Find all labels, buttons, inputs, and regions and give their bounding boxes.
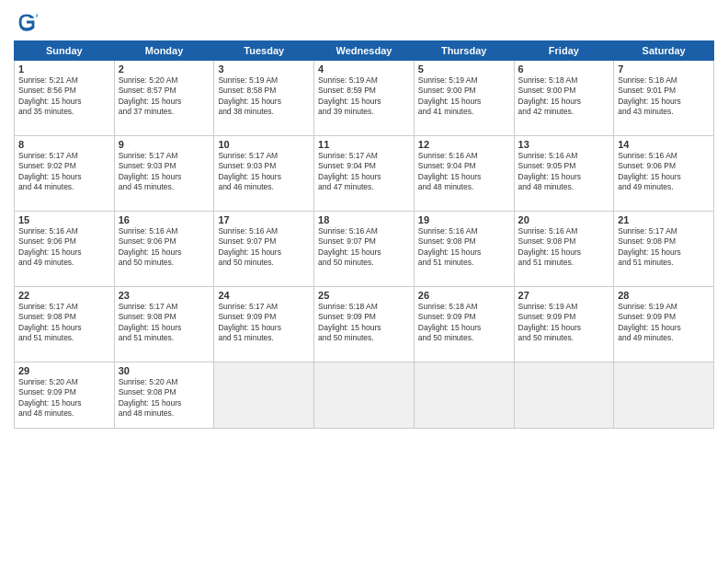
week-row-4: 22Sunrise: 5:17 AM Sunset: 9:08 PM Dayli…: [15, 287, 714, 362]
cal-cell-16: 16Sunrise: 5:16 AM Sunset: 9:06 PM Dayli…: [114, 212, 214, 287]
cell-content: Sunrise: 5:19 AM Sunset: 8:58 PM Dayligh…: [218, 75, 310, 118]
cell-content: Sunrise: 5:19 AM Sunset: 9:00 PM Dayligh…: [418, 75, 510, 118]
cal-cell-30: 30Sunrise: 5:20 AM Sunset: 9:08 PM Dayli…: [114, 362, 214, 429]
week-row-3: 15Sunrise: 5:16 AM Sunset: 9:06 PM Dayli…: [15, 212, 714, 287]
cal-cell-11: 11Sunrise: 5:17 AM Sunset: 9:04 PM Dayli…: [314, 136, 415, 212]
col-header-wednesday: Wednesday: [314, 41, 415, 61]
col-header-saturday: Saturday: [614, 41, 714, 61]
cell-content: Sunrise: 5:17 AM Sunset: 9:08 PM Dayligh…: [119, 302, 210, 344]
logo-icon: [14, 9, 40, 35]
day-number: 15: [18, 214, 110, 225]
cell-content: Sunrise: 5:17 AM Sunset: 9:03 PM Dayligh…: [218, 151, 310, 193]
day-number: 18: [318, 214, 410, 225]
day-number: 5: [418, 63, 510, 75]
day-number: 11: [318, 139, 410, 150]
cell-content: Sunrise: 5:16 AM Sunset: 9:06 PM Dayligh…: [18, 226, 110, 269]
cal-cell-1: 1Sunrise: 5:21 AM Sunset: 8:56 PM Daylig…: [15, 61, 115, 136]
col-header-thursday: Thursday: [414, 41, 514, 61]
cal-cell-empty: [614, 362, 714, 429]
cal-cell-5: 5Sunrise: 5:19 AM Sunset: 9:00 PM Daylig…: [414, 61, 514, 136]
cal-cell-empty: [514, 362, 614, 429]
day-number: 13: [518, 139, 610, 150]
day-number: 30: [119, 365, 210, 376]
cal-cell-9: 9Sunrise: 5:17 AM Sunset: 9:03 PM Daylig…: [114, 136, 214, 212]
cal-cell-27: 27Sunrise: 5:19 AM Sunset: 9:09 PM Dayli…: [514, 287, 614, 362]
col-header-monday: Monday: [114, 41, 214, 61]
day-number: 12: [418, 139, 510, 150]
cal-cell-15: 15Sunrise: 5:16 AM Sunset: 9:06 PM Dayli…: [15, 212, 115, 287]
cell-content: Sunrise: 5:19 AM Sunset: 9:09 PM Dayligh…: [518, 302, 610, 344]
cal-cell-13: 13Sunrise: 5:16 AM Sunset: 9:05 PM Dayli…: [514, 136, 614, 212]
cal-cell-23: 23Sunrise: 5:17 AM Sunset: 9:08 PM Dayli…: [114, 287, 214, 362]
cell-content: Sunrise: 5:16 AM Sunset: 9:08 PM Dayligh…: [518, 226, 610, 269]
cell-content: Sunrise: 5:20 AM Sunset: 9:08 PM Dayligh…: [119, 377, 210, 419]
day-number: 2: [119, 63, 210, 75]
cal-cell-26: 26Sunrise: 5:18 AM Sunset: 9:09 PM Dayli…: [414, 287, 514, 362]
cal-cell-8: 8Sunrise: 5:17 AM Sunset: 9:02 PM Daylig…: [15, 136, 115, 212]
day-number: 19: [418, 214, 510, 225]
day-number: 6: [518, 63, 610, 75]
cell-content: Sunrise: 5:21 AM Sunset: 8:56 PM Dayligh…: [18, 75, 110, 118]
cell-content: Sunrise: 5:18 AM Sunset: 9:01 PM Dayligh…: [618, 75, 710, 118]
day-number: 22: [18, 290, 110, 301]
cell-content: Sunrise: 5:17 AM Sunset: 9:02 PM Dayligh…: [18, 151, 110, 193]
cell-content: Sunrise: 5:16 AM Sunset: 9:04 PM Dayligh…: [418, 151, 510, 193]
cell-content: Sunrise: 5:16 AM Sunset: 9:06 PM Dayligh…: [618, 151, 710, 193]
cal-cell-4: 4Sunrise: 5:19 AM Sunset: 8:59 PM Daylig…: [314, 61, 415, 136]
cell-content: Sunrise: 5:20 AM Sunset: 9:09 PM Dayligh…: [18, 377, 110, 419]
calendar-table: SundayMondayTuesdayWednesdayThursdayFrid…: [14, 40, 714, 429]
day-number: 1: [18, 63, 110, 75]
day-number: 23: [119, 290, 210, 301]
header: [14, 9, 714, 35]
cell-content: Sunrise: 5:18 AM Sunset: 9:09 PM Dayligh…: [418, 302, 510, 344]
cal-cell-7: 7Sunrise: 5:18 AM Sunset: 9:01 PM Daylig…: [614, 61, 714, 136]
day-number: 14: [618, 139, 710, 150]
day-number: 17: [218, 214, 310, 225]
cal-cell-empty: [314, 362, 415, 429]
cal-cell-18: 18Sunrise: 5:16 AM Sunset: 9:07 PM Dayli…: [314, 212, 415, 287]
cell-content: Sunrise: 5:17 AM Sunset: 9:03 PM Dayligh…: [119, 151, 210, 193]
cell-content: Sunrise: 5:17 AM Sunset: 9:09 PM Dayligh…: [218, 302, 310, 344]
cal-cell-20: 20Sunrise: 5:16 AM Sunset: 9:08 PM Dayli…: [514, 212, 614, 287]
cal-cell-29: 29Sunrise: 5:20 AM Sunset: 9:09 PM Dayli…: [15, 362, 115, 429]
cell-content: Sunrise: 5:19 AM Sunset: 8:59 PM Dayligh…: [318, 75, 410, 118]
cell-content: Sunrise: 5:17 AM Sunset: 9:04 PM Dayligh…: [318, 151, 410, 193]
week-row-5: 29Sunrise: 5:20 AM Sunset: 9:09 PM Dayli…: [15, 362, 714, 429]
day-number: 25: [318, 290, 410, 301]
col-header-sunday: Sunday: [15, 41, 115, 61]
day-number: 10: [218, 139, 310, 150]
day-number: 28: [618, 290, 710, 301]
day-number: 29: [18, 365, 110, 376]
cal-cell-19: 19Sunrise: 5:16 AM Sunset: 9:08 PM Dayli…: [414, 212, 514, 287]
cal-cell-22: 22Sunrise: 5:17 AM Sunset: 9:08 PM Dayli…: [15, 287, 115, 362]
col-header-friday: Friday: [514, 41, 614, 61]
cell-content: Sunrise: 5:16 AM Sunset: 9:06 PM Dayligh…: [119, 226, 210, 269]
column-headers: SundayMondayTuesdayWednesdayThursdayFrid…: [15, 41, 714, 61]
col-header-tuesday: Tuesday: [214, 41, 314, 61]
day-number: 4: [318, 63, 410, 75]
cal-cell-2: 2Sunrise: 5:20 AM Sunset: 8:57 PM Daylig…: [114, 61, 214, 136]
cell-content: Sunrise: 5:20 AM Sunset: 8:57 PM Dayligh…: [119, 75, 210, 118]
week-row-2: 8Sunrise: 5:17 AM Sunset: 9:02 PM Daylig…: [15, 136, 714, 212]
cell-content: Sunrise: 5:19 AM Sunset: 9:09 PM Dayligh…: [618, 302, 710, 344]
day-number: 7: [618, 63, 710, 75]
cal-cell-empty: [214, 362, 314, 429]
cal-cell-24: 24Sunrise: 5:17 AM Sunset: 9:09 PM Dayli…: [214, 287, 314, 362]
cell-content: Sunrise: 5:16 AM Sunset: 9:07 PM Dayligh…: [318, 226, 410, 269]
cell-content: Sunrise: 5:16 AM Sunset: 9:07 PM Dayligh…: [218, 226, 310, 269]
cell-content: Sunrise: 5:18 AM Sunset: 9:09 PM Dayligh…: [318, 302, 410, 344]
cal-cell-empty: [414, 362, 514, 429]
cal-cell-3: 3Sunrise: 5:19 AM Sunset: 8:58 PM Daylig…: [214, 61, 314, 136]
cal-cell-14: 14Sunrise: 5:16 AM Sunset: 9:06 PM Dayli…: [614, 136, 714, 212]
cal-cell-12: 12Sunrise: 5:16 AM Sunset: 9:04 PM Dayli…: [414, 136, 514, 212]
cal-cell-25: 25Sunrise: 5:18 AM Sunset: 9:09 PM Dayli…: [314, 287, 415, 362]
cell-content: Sunrise: 5:16 AM Sunset: 9:05 PM Dayligh…: [518, 151, 610, 193]
cal-cell-21: 21Sunrise: 5:17 AM Sunset: 9:08 PM Dayli…: [614, 212, 714, 287]
cal-cell-6: 6Sunrise: 5:18 AM Sunset: 9:00 PM Daylig…: [514, 61, 614, 136]
day-number: 27: [518, 290, 610, 301]
cal-cell-17: 17Sunrise: 5:16 AM Sunset: 9:07 PM Dayli…: [214, 212, 314, 287]
cell-content: Sunrise: 5:18 AM Sunset: 9:00 PM Dayligh…: [518, 75, 610, 118]
day-number: 26: [418, 290, 510, 301]
cell-content: Sunrise: 5:17 AM Sunset: 9:08 PM Dayligh…: [618, 226, 710, 269]
cal-cell-28: 28Sunrise: 5:19 AM Sunset: 9:09 PM Dayli…: [614, 287, 714, 362]
